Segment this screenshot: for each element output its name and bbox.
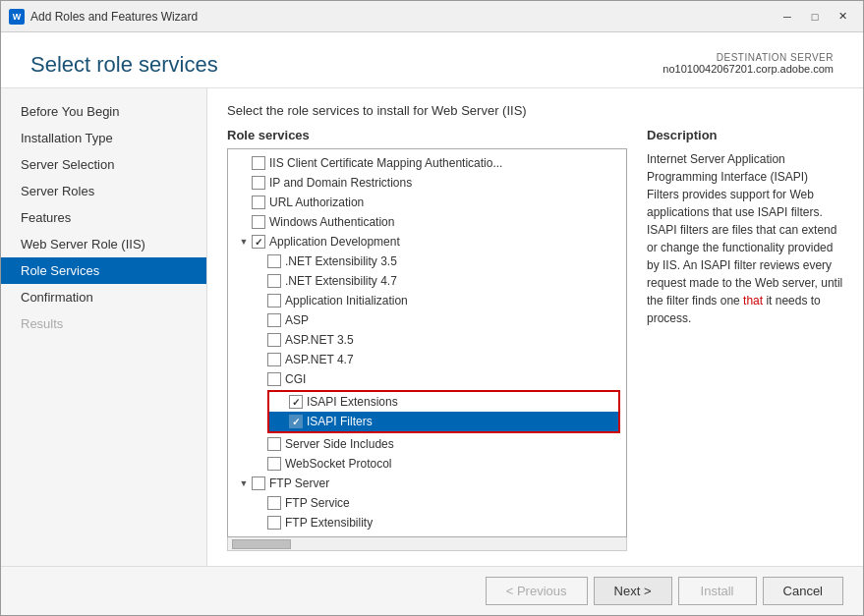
checkbox-cgi[interactable] bbox=[267, 372, 281, 386]
expander-aspnet35 bbox=[252, 332, 267, 348]
tree-item-aspnet47[interactable]: ASP.NET 4.7 bbox=[228, 350, 626, 369]
sidebar-item-installation-type[interactable]: Installation Type bbox=[1, 125, 206, 151]
expander-ssi bbox=[252, 436, 267, 452]
tree-item-app-dev[interactable]: ▼ Application Development bbox=[228, 232, 626, 252]
tree-item-websocket[interactable]: WebSocket Protocol bbox=[228, 454, 626, 474]
tree-item-ip-domain[interactable]: IP and Domain Restrictions bbox=[228, 173, 626, 193]
checkbox-isapi-ext[interactable] bbox=[289, 395, 303, 409]
description-text: Internet Server Application Programming … bbox=[647, 150, 843, 327]
checkbox-iis-client[interactable] bbox=[252, 156, 265, 170]
expander-app-dev[interactable]: ▼ bbox=[236, 234, 252, 250]
item-text-websocket: WebSocket Protocol bbox=[285, 457, 392, 471]
role-services-panel: Role services IIS Client Certificate Map… bbox=[227, 128, 627, 551]
destination-server-name: no1010042067201.corp.adobe.com bbox=[662, 63, 834, 75]
checkbox-net35[interactable] bbox=[267, 254, 281, 268]
close-button[interactable]: ✕ bbox=[830, 7, 855, 27]
tree-item-cgi[interactable]: CGI bbox=[228, 369, 626, 389]
checkbox-ftp-service[interactable] bbox=[267, 496, 281, 510]
previous-button[interactable]: < Previous bbox=[486, 577, 588, 605]
tree-item-url-auth[interactable]: URL Authorization bbox=[228, 193, 626, 212]
checkbox-aspnet47[interactable] bbox=[267, 353, 281, 366]
checkbox-ssi[interactable] bbox=[267, 437, 281, 451]
item-text-cgi: CGI bbox=[285, 372, 306, 386]
checkbox-app-dev[interactable] bbox=[252, 235, 265, 249]
tree-item-app-init[interactable]: Application Initialization bbox=[228, 291, 626, 310]
item-text-windows-auth: Windows Authentication bbox=[269, 215, 394, 229]
item-text-ftp-service: FTP Service bbox=[285, 496, 350, 510]
item-text-ssi: Server Side Includes bbox=[285, 437, 394, 451]
expander-ftp-server[interactable]: ▼ bbox=[236, 476, 252, 491]
destination-label: DESTINATION SERVER bbox=[662, 52, 834, 63]
tree-item-iis-client-cert[interactable]: IIS Client Certificate Mapping Authentic… bbox=[228, 153, 626, 173]
tree-item-net35[interactable]: .NET Extensibility 3.5 bbox=[228, 252, 626, 271]
tree-item-asp[interactable]: ASP bbox=[228, 310, 626, 330]
tree-item-ftp-ext[interactable]: FTP Extensibility bbox=[228, 513, 626, 532]
tree-item-ftp-service[interactable]: FTP Service bbox=[228, 493, 626, 513]
sidebar-item-web-server-role[interactable]: Web Server Role (IIS) bbox=[1, 231, 206, 257]
item-text-app-init: Application Initialization bbox=[285, 294, 408, 308]
sidebar-item-server-roles[interactable]: Server Roles bbox=[1, 178, 206, 204]
tree-container[interactable]: IIS Client Certificate Mapping Authentic… bbox=[227, 148, 627, 537]
item-text-aspnet47: ASP.NET 4.7 bbox=[285, 353, 354, 366]
sidebar-item-results: Results bbox=[1, 310, 206, 337]
title-bar-controls: ─ □ ✕ bbox=[775, 7, 855, 27]
main-body: Before You Begin Installation Type Serve… bbox=[1, 87, 863, 566]
tree-item-windows-auth[interactable]: Windows Authentication bbox=[228, 212, 626, 232]
checkbox-aspnet35[interactable] bbox=[267, 333, 281, 347]
expander-net35 bbox=[252, 253, 267, 269]
item-text-iis-client: IIS Client Certificate Mapping Authentic… bbox=[269, 156, 502, 170]
page-title: Select role services bbox=[30, 52, 218, 78]
expander-url-auth bbox=[236, 195, 252, 210]
sidebar-item-confirmation[interactable]: Confirmation bbox=[1, 284, 206, 310]
title-bar: W Add Roles and Features Wizard ─ □ ✕ bbox=[1, 1, 863, 32]
checkbox-ftp-server[interactable] bbox=[252, 476, 265, 490]
sidebar-item-role-services[interactable]: Role Services bbox=[1, 257, 206, 284]
checkbox-windows-auth[interactable] bbox=[252, 215, 265, 229]
tree-item-server-side-includes[interactable]: Server Side Includes bbox=[228, 434, 626, 454]
checkbox-asp[interactable] bbox=[267, 313, 281, 327]
content-area: Select role services DESTINATION SERVER … bbox=[1, 32, 863, 615]
sidebar-item-server-selection[interactable]: Server Selection bbox=[1, 151, 206, 178]
expander-app-init bbox=[252, 293, 267, 308]
expander-ftp-ext bbox=[252, 515, 267, 531]
header-section: Select role services DESTINATION SERVER … bbox=[1, 32, 863, 87]
checkbox-ftp-ext[interactable] bbox=[267, 516, 281, 530]
item-text-url-auth: URL Authorization bbox=[269, 196, 364, 209]
footer: < Previous Next > Install Cancel bbox=[1, 566, 863, 615]
cancel-button[interactable]: Cancel bbox=[763, 577, 843, 605]
expander-aspnet47 bbox=[252, 352, 267, 367]
item-text-app-dev: Application Development bbox=[269, 235, 400, 249]
checkbox-websocket[interactable] bbox=[267, 457, 281, 471]
item-text-isapi-filters: ISAPI Filters bbox=[307, 415, 373, 428]
item-text-isapi-ext: ISAPI Extensions bbox=[307, 395, 398, 409]
tree-item-ftp-server[interactable]: ▼ FTP Server bbox=[228, 474, 626, 493]
checkbox-url-auth[interactable] bbox=[252, 196, 265, 209]
checkbox-isapi-filters[interactable] bbox=[289, 415, 303, 428]
main-window: W Add Roles and Features Wizard ─ □ ✕ Se… bbox=[0, 0, 864, 616]
expander-windows-auth bbox=[236, 214, 252, 230]
next-button[interactable]: Next > bbox=[594, 577, 672, 605]
tree-item-net47[interactable]: .NET Extensibility 4.7 bbox=[228, 271, 626, 291]
expander-net47 bbox=[252, 273, 267, 289]
destination-server-info: DESTINATION SERVER no1010042067201.corp.… bbox=[662, 52, 834, 75]
tree-item-aspnet35[interactable]: ASP.NET 3.5 bbox=[228, 330, 626, 350]
maximize-button[interactable]: □ bbox=[802, 7, 828, 27]
description-panel: Description Internet Server Application … bbox=[647, 128, 843, 551]
sidebar-item-before-you-begin[interactable]: Before You Begin bbox=[1, 98, 206, 125]
expander-isapi-filters bbox=[273, 414, 289, 429]
tree-item-isapi-filters[interactable]: ISAPI Filters bbox=[269, 412, 618, 431]
sidebar-item-features[interactable]: Features bbox=[1, 204, 206, 231]
app-icon: W bbox=[9, 9, 25, 25]
checkbox-ip-domain[interactable] bbox=[252, 176, 265, 190]
expander-isapi-ext bbox=[273, 394, 289, 410]
item-text-ftp-server: FTP Server bbox=[269, 476, 329, 490]
minimize-button[interactable]: ─ bbox=[775, 7, 800, 27]
item-text-ftp-ext: FTP Extensibility bbox=[285, 516, 373, 530]
tree-item-isapi-ext[interactable]: ISAPI Extensions bbox=[269, 392, 618, 412]
checkbox-net47[interactable] bbox=[267, 274, 281, 288]
role-services-header: Role services bbox=[227, 128, 627, 142]
checkbox-app-init[interactable] bbox=[267, 294, 281, 308]
sidebar: Before You Begin Installation Type Serve… bbox=[1, 88, 207, 566]
section-intro: Select the role services to install for … bbox=[227, 103, 843, 118]
title-bar-text: Add Roles and Features Wizard bbox=[30, 10, 775, 24]
